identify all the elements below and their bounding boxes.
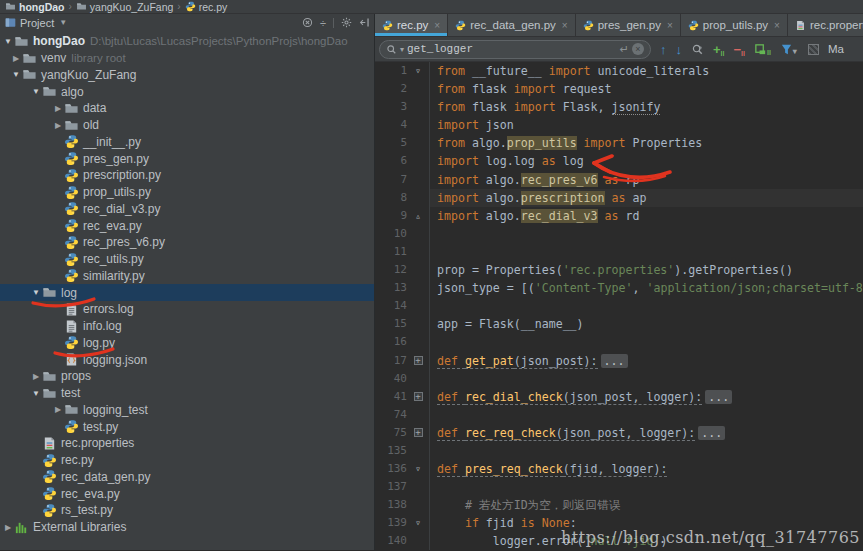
breadcrumb-item[interactable]: hongDao — [5, 1, 65, 13]
expand-arrow-icon[interactable]: ▶ — [52, 121, 64, 130]
tree-item-rec-dial-v3-py[interactable]: rec_dial_v3.py — [0, 201, 374, 218]
code-text — [429, 478, 863, 496]
fold-end-icon[interactable]: ▵ — [407, 207, 429, 225]
tree-item-logging-test[interactable]: ▶logging_test — [0, 402, 374, 419]
tree-item-data[interactable]: ▶data — [0, 100, 374, 117]
tree-item-rec-properties[interactable]: rec.properties — [0, 435, 374, 452]
fold-collapse-icon[interactable]: ▿ — [407, 514, 429, 532]
project-panel-title[interactable]: Project — [20, 17, 54, 29]
tree-item-rec-eva-py[interactable]: rec_eva.py — [0, 485, 374, 502]
tree-item-test[interactable]: ▼test — [0, 385, 374, 402]
tree-item--init-py[interactable]: __init__.py — [0, 134, 374, 151]
breadcrumb-item[interactable]: rec.py — [185, 1, 228, 13]
breadcrumb-label: yangKuo_ZuFang — [90, 1, 173, 13]
expand-arrow-icon[interactable]: ▶ — [10, 54, 22, 63]
tree-item-info-log[interactable]: info.log — [0, 318, 374, 335]
code-text: import algo.rec_dial_v3 as rd — [429, 207, 863, 225]
fold-collapse-icon[interactable]: ▿ — [407, 62, 429, 80]
chevron-down-icon[interactable]: ▼ — [59, 18, 67, 27]
select-opened-file-icon[interactable] — [302, 17, 313, 28]
tree-item-props[interactable]: ▶props — [0, 368, 374, 385]
tree-item-rec-utils-py[interactable]: rec_utils.py — [0, 251, 374, 268]
gear-icon[interactable] — [341, 17, 352, 28]
fold-expand-icon[interactable]: + — [407, 388, 429, 406]
tab-rec-properties[interactable]: rec.properties× — [788, 14, 863, 36]
tab-close-icon[interactable]: × — [667, 20, 673, 31]
tab-close-icon[interactable]: × — [434, 20, 440, 31]
tree-item-algo[interactable]: ▼algo — [0, 83, 374, 100]
tab-close-icon[interactable]: × — [774, 20, 780, 31]
folder-icon — [22, 67, 37, 82]
code-text: from flask import request — [429, 80, 863, 98]
tree-item-test-py[interactable]: test.py — [0, 418, 374, 435]
collapse-arrow-icon[interactable]: ▼ — [2, 37, 14, 46]
code-line-41: 41+def rec_dial_check(json_post, logger)… — [375, 388, 863, 406]
next-occurrence-button[interactable]: ↓ — [676, 42, 683, 57]
tree-item-rec-data-gen-py[interactable]: rec_data_gen.py — [0, 469, 374, 486]
search-input[interactable] — [407, 43, 617, 55]
tree-item-log-py[interactable]: log.py — [0, 335, 374, 352]
expand-arrow-icon[interactable]: ▶ — [2, 523, 14, 532]
line-number: 138 — [375, 496, 407, 514]
breadcrumb-item[interactable]: yangKuo_ZuFang — [76, 1, 173, 13]
tree-item-rec-eva-py[interactable]: rec_eva.py — [0, 217, 374, 234]
tree-item-errors-log[interactable]: errors.log — [0, 301, 374, 318]
tree-item-prop-utils-py[interactable]: prop_utils.py — [0, 184, 374, 201]
tree-item-logging-json[interactable]: logging.json — [0, 351, 374, 368]
find-all-icon[interactable] — [691, 43, 704, 56]
expand-arrow-icon[interactable]: ▶ — [30, 372, 42, 381]
tree-item-label: log.py — [83, 336, 115, 350]
breadcrumb-label: rec.py — [199, 1, 228, 13]
tab-rec-py[interactable]: rec.py× — [375, 14, 448, 36]
code-line-135: 135 — [375, 442, 863, 460]
python-icon — [64, 134, 79, 149]
fold-expand-icon[interactable]: + — [407, 424, 429, 442]
search-box[interactable]: ▾ ↵ × — [379, 40, 651, 59]
expand-arrow-icon[interactable]: ▶ — [52, 405, 64, 414]
select-all-occurrences-button[interactable]: ll — [754, 43, 771, 56]
collapse-arrow-icon[interactable]: ▼ — [30, 87, 42, 96]
tree-item-label: rec.py — [61, 453, 94, 467]
tree-item-pres-gen-py[interactable]: pres_gen.py — [0, 150, 374, 167]
code-editor[interactable]: 1▿from __future__ import unicode_literal… — [375, 62, 863, 550]
tree-item-log[interactable]: ▼log — [0, 284, 374, 301]
tab-close-icon[interactable]: × — [562, 20, 568, 31]
tree-item-label: test — [61, 386, 80, 400]
tree-item-old[interactable]: ▶old — [0, 117, 374, 134]
match-case-checkbox[interactable] — [808, 44, 819, 55]
fold-expand-icon[interactable]: + — [407, 352, 429, 370]
tab-pres-gen-py[interactable]: pres_gen.py× — [576, 14, 681, 36]
collapse-arrow-icon[interactable]: ▼ — [30, 389, 42, 398]
tab-prop-utils-py[interactable]: prop_utils.py× — [681, 14, 788, 36]
code-line-9: 9▵import algo.rec_dial_v3 as rd — [375, 207, 863, 225]
add-occurrence-button[interactable]: +ll — [713, 42, 724, 57]
fold-collapse-icon[interactable]: ▿ — [407, 460, 429, 478]
tree-item-yangkuo-zufang[interactable]: ▼yangKuo_ZuFang — [0, 67, 374, 84]
python-icon — [42, 486, 57, 501]
tree-item-external-libraries[interactable]: ▶External Libraries — [0, 519, 374, 536]
hide-panel-icon[interactable] — [359, 17, 370, 28]
match-case-label[interactable]: Ma — [828, 43, 844, 55]
remove-occurrence-button[interactable]: −ll — [733, 42, 744, 57]
previous-occurrence-button[interactable]: ↑ — [660, 42, 667, 57]
collapse-arrow-icon[interactable]: ▼ — [30, 288, 42, 297]
tree-item-rec-pres-v6-py[interactable]: rec_pres_v6.py — [0, 234, 374, 251]
clear-search-icon[interactable]: × — [632, 43, 644, 55]
filter-button[interactable]: ▾ — [780, 43, 797, 56]
tree-item-prescription-py[interactable]: prescription.py — [0, 167, 374, 184]
tree-item-rec-py[interactable]: rec.py — [0, 452, 374, 469]
line-number: 135 — [375, 442, 407, 460]
code-text: def rec_req_check(json_post, logger):... — [429, 424, 863, 442]
expand-arrow-icon[interactable]: ▶ — [52, 104, 64, 113]
folder-icon — [42, 84, 57, 99]
search-history-caret-icon[interactable]: ▾ — [400, 45, 404, 54]
tab-rec-data-gen-py[interactable]: rec_data_gen.py× — [448, 14, 576, 36]
tree-item-hongdao[interactable]: ▼hongDaoD:\bjtu\Lucas\LucasProjects\Pyth… — [0, 33, 374, 50]
tree-item-venv[interactable]: ▶venvlibrary root — [0, 50, 374, 67]
collapse-all-icon[interactable]: ÷ — [320, 17, 326, 29]
collapse-arrow-icon[interactable]: ▼ — [10, 70, 22, 79]
python-icon — [185, 1, 196, 12]
tree-item-rs-test-py[interactable]: rs_test.py — [0, 502, 374, 519]
tree-item-similarity-py[interactable]: similarity.py — [0, 268, 374, 285]
code-line-13: 13json_type = [('Content-Type', 'applica… — [375, 279, 863, 297]
